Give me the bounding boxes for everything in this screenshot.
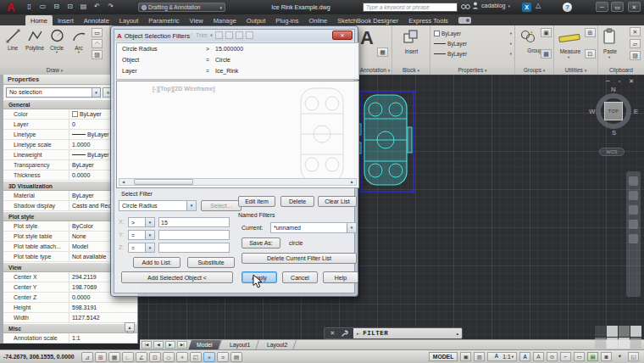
id-point-icon[interactable]: ⊡ <box>585 49 596 59</box>
add-to-list-button[interactable]: Add to List: <box>133 257 180 268</box>
panel-footer-block[interactable]: Block ▾ <box>392 65 430 75</box>
circle-tool[interactable]: Circle ▾ <box>46 28 68 54</box>
tab-home[interactable]: Home <box>25 15 53 25</box>
filter-type-dropdown[interactable]: Circle Radius▼ <box>119 200 197 211</box>
y-operator-dropdown[interactable]: =▼ <box>128 230 155 240</box>
toolbar-lock-icon[interactable]: ⌐ <box>560 352 571 361</box>
current-filter-dropdown[interactable]: *unnamed▼ <box>270 222 357 233</box>
tab-model[interactable]: Model <box>188 340 221 350</box>
z-value-field[interactable] <box>158 243 230 253</box>
panel-footer-draw[interactable]: Draw ▾ <box>0 65 109 75</box>
zoom-icon[interactable] <box>629 191 638 200</box>
model-space-button[interactable]: MODEL <box>429 352 458 361</box>
pan-icon[interactable] <box>629 176 638 186</box>
viewcube-south[interactable]: S <box>612 129 616 137</box>
viewcube-west[interactable]: W <box>589 108 596 115</box>
tab-plugins[interactable]: Plug-ins <box>270 15 303 25</box>
x-operator-dropdown[interactable]: >▼ <box>128 217 155 227</box>
last-tab-icon[interactable]: ▶| <box>177 341 187 349</box>
autocad-logo-icon[interactable]: A <box>2 0 20 14</box>
scroll-left-icon[interactable]: ◀ <box>119 179 127 185</box>
x-value-field[interactable]: 15 <box>158 217 230 227</box>
cancel-button[interactable]: Cancel <box>282 271 318 283</box>
infer-constraints-toggle[interactable]: ⊿ <box>81 352 93 362</box>
tab-manage[interactable]: Manage <box>208 15 242 25</box>
annotation-scale-select[interactable]: A1:1▾ <box>487 352 517 361</box>
object-snap-tracking-toggle[interactable]: + <box>176 352 188 362</box>
viewports-icon[interactable]: ▥ <box>474 352 485 361</box>
layout-icon[interactable]: ▣ <box>460 352 471 361</box>
quickcalc-icon[interactable]: ⊞ <box>585 28 596 37</box>
status-menu-icon[interactable]: ▾ <box>614 352 625 361</box>
polar-tracking-toggle[interactable]: ∠ <box>136 352 147 362</box>
clear-list-button[interactable]: Clear List <box>318 196 357 207</box>
group-edit-icon[interactable]: ▩ <box>541 49 552 59</box>
y-value-field[interactable] <box>158 230 230 240</box>
tab-output[interactable]: Output <box>242 15 271 25</box>
select-button[interactable]: Select... <box>201 200 242 211</box>
search-icon[interactable] <box>461 3 470 10</box>
section-misc[interactable]: Misc <box>3 323 137 333</box>
help-button[interactable]: Help <box>323 271 358 283</box>
lineweight-toggle[interactable]: ≡ <box>217 352 229 362</box>
measure-icon[interactable] <box>558 32 580 44</box>
tab-annotate[interactable]: Annotate <box>79 15 114 25</box>
prop-row[interactable]: Annotation scale1:1 <box>3 333 137 343</box>
match-properties-icon[interactable]: ▨ <box>630 51 641 60</box>
scrollbar-thumb[interactable] <box>134 179 193 185</box>
sign-in[interactable]: cadablog ▾ <box>472 2 510 9</box>
tab-express-tools[interactable]: Express Tools <box>403 15 453 25</box>
prop-row[interactable]: Width1127.5142 <box>3 313 137 323</box>
viewcube-top-face[interactable]: TOP <box>604 102 623 120</box>
filter-list[interactable]: Circle Radius>15.000000 Object=Circle La… <box>116 42 359 80</box>
save-as-value[interactable]: circle <box>289 240 303 246</box>
panel-footer-groups[interactable]: Groups ▾ <box>515 65 553 75</box>
panel-footer-clipboard[interactable]: Clipboard <box>598 65 644 75</box>
save-as-button[interactable]: Save As: <box>242 237 280 249</box>
viewcube[interactable]: N W E S TOP <box>591 88 636 134</box>
tab-online[interactable]: Online <box>303 15 332 25</box>
ellipse-tool-icon[interactable]: ◠ <box>92 39 103 48</box>
saveas-icon[interactable]: ⊡ <box>64 2 75 12</box>
scroll-right-icon[interactable]: ▶ <box>348 179 356 185</box>
dialog-title-bar[interactable]: A Object Selection Filters ⟋ Trim ▾ ✕ <box>114 30 354 42</box>
search-input[interactable] <box>363 3 458 12</box>
workspace-switch-icon[interactable]: ⊙ <box>547 352 558 361</box>
ortho-mode-toggle[interactable]: ∟ <box>122 352 134 362</box>
filter-row[interactable]: Object=Circle <box>117 54 358 65</box>
snap-mode-toggle[interactable]: ⊞ <box>95 352 107 362</box>
viewport-window-controls[interactable]: ─ ▫ ✕ <box>606 78 637 85</box>
paste-icon[interactable] <box>602 28 616 45</box>
tab-layout[interactable]: Layout <box>114 15 144 25</box>
polyline-tool[interactable]: Polyline <box>24 28 46 54</box>
dialog-close-button[interactable]: ✕ <box>332 31 353 40</box>
arc-tool[interactable]: Arc ▾ <box>68 28 90 54</box>
panel-footer-annotation[interactable]: Annotation ▾ <box>358 65 391 75</box>
insert-block-icon[interactable] <box>402 29 419 46</box>
palette-scroll-up-icon[interactable]: ▲ <box>125 322 135 332</box>
restore-button[interactable]: ▭ <box>611 2 624 12</box>
annotation-visibility-icon[interactable]: A <box>519 352 530 361</box>
filter-list-area[interactable]: [-][Top][2D Wireframe] ◀▶ <box>116 81 359 188</box>
tab-layout1[interactable]: Layout1 <box>221 340 259 350</box>
new-file-icon[interactable]: ▯ <box>24 2 35 12</box>
quick-properties-toggle[interactable]: ▤ <box>230 352 242 362</box>
media-icon[interactable] <box>458 17 471 24</box>
z-operator-dropdown[interactable]: =▼ <box>128 243 155 253</box>
command-close-icon[interactable]: ✕ <box>330 330 335 337</box>
exchange-apps-icon[interactable]: X <box>522 3 531 12</box>
delete-current-filter-list-button[interactable]: Delete Current Filter List <box>242 253 357 264</box>
ungroup-icon[interactable]: ▣ <box>541 28 552 37</box>
steeringwheel-icon[interactable] <box>629 220 638 229</box>
save-icon[interactable]: ⊟ <box>51 2 62 12</box>
close-button[interactable]: ✕ <box>628 2 641 12</box>
panel-footer-properties[interactable]: Properties ▾ <box>430 65 514 75</box>
navigation-bar[interactable] <box>626 171 641 297</box>
table-tool-icon[interactable]: ▦ <box>377 47 388 57</box>
wcs-selector[interactable]: WCS <box>599 148 625 156</box>
prop-row[interactable]: Height598.3191 <box>3 303 137 313</box>
tab-insert[interactable]: Insert <box>53 15 79 25</box>
viewcube-north[interactable]: N <box>611 86 616 93</box>
tab-view[interactable]: View <box>185 15 208 25</box>
filter-row[interactable]: Layer=Ice_Rink <box>117 65 358 76</box>
